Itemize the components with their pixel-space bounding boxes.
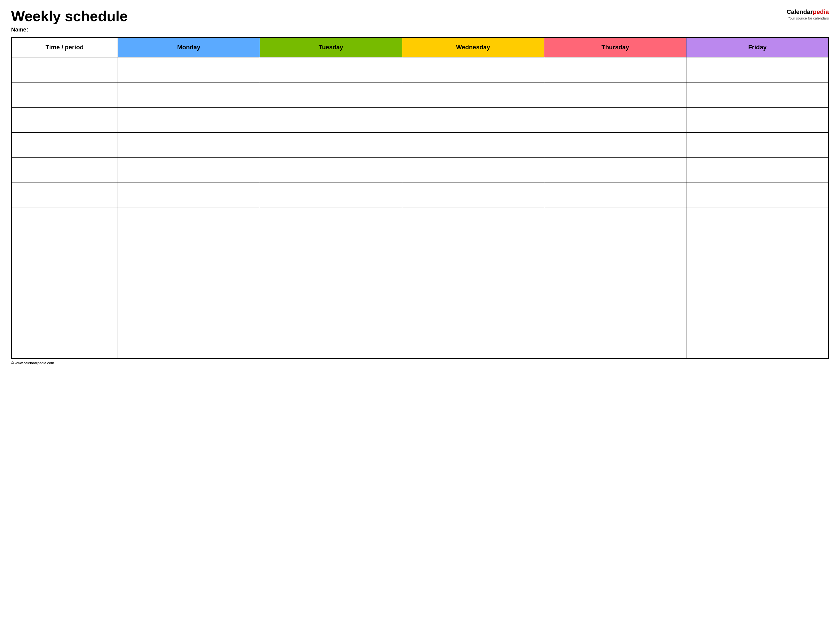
time-cell[interactable] [11,208,118,233]
footer: © www.calendarpedia.com [11,361,829,365]
table-row [11,233,829,258]
schedule-cell[interactable] [402,82,544,107]
schedule-cell[interactable] [544,283,687,308]
schedule-cell[interactable] [544,308,687,333]
table-row [11,183,829,208]
schedule-cell[interactable] [544,258,687,283]
header-tuesday: Tuesday [260,38,402,57]
schedule-cell[interactable] [402,132,544,158]
schedule-cell[interactable] [118,57,260,82]
schedule-cell[interactable] [544,107,687,132]
schedule-cell[interactable] [687,258,829,283]
schedule-cell[interactable] [260,283,402,308]
table-row [11,107,829,132]
schedule-cell[interactable] [687,132,829,158]
time-cell[interactable] [11,132,118,158]
schedule-cell[interactable] [260,333,402,358]
schedule-cell[interactable] [260,308,402,333]
schedule-cell[interactable] [687,308,829,333]
time-cell[interactable] [11,308,118,333]
table-header-row: Time / period Monday Tuesday Wednesday T… [11,38,829,57]
schedule-cell[interactable] [260,183,402,208]
schedule-cell[interactable] [118,158,260,183]
schedule-cell[interactable] [544,132,687,158]
schedule-cell[interactable] [402,57,544,82]
table-row [11,208,829,233]
schedule-cell[interactable] [402,158,544,183]
schedule-cell[interactable] [260,57,402,82]
schedule-table: Time / period Monday Tuesday Wednesday T… [11,37,829,358]
time-cell[interactable] [11,258,118,283]
schedule-cell[interactable] [118,132,260,158]
time-cell[interactable] [11,107,118,132]
time-cell[interactable] [11,283,118,308]
footer-divider [11,358,829,359]
header: Weekly schedule Name: Calendarpedia Your… [11,8,829,33]
schedule-cell[interactable] [260,233,402,258]
schedule-cell[interactable] [687,333,829,358]
schedule-cell[interactable] [544,233,687,258]
title-area: Weekly schedule Name: [11,8,786,33]
schedule-cell[interactable] [544,158,687,183]
table-row [11,258,829,283]
name-label: Name: [11,27,786,33]
copyright-text: © www.calendarpedia.com [11,361,54,365]
schedule-cell[interactable] [118,183,260,208]
schedule-cell[interactable] [402,208,544,233]
table-row [11,308,829,333]
time-cell[interactable] [11,333,118,358]
time-cell[interactable] [11,183,118,208]
schedule-cell[interactable] [118,208,260,233]
schedule-cell[interactable] [544,82,687,107]
schedule-cell[interactable] [118,283,260,308]
table-row [11,82,829,107]
logo-calendar: Calendar [786,8,813,15]
logo-text: Calendarpedia [786,8,829,16]
schedule-cell[interactable] [687,57,829,82]
schedule-cell[interactable] [118,82,260,107]
time-cell[interactable] [11,82,118,107]
schedule-cell[interactable] [402,183,544,208]
table-row [11,132,829,158]
schedule-cell[interactable] [544,57,687,82]
schedule-cell[interactable] [402,283,544,308]
schedule-cell[interactable] [687,233,829,258]
schedule-cell[interactable] [260,82,402,107]
schedule-cell[interactable] [260,258,402,283]
schedule-cell[interactable] [687,82,829,107]
schedule-cell[interactable] [402,333,544,358]
schedule-cell[interactable] [687,283,829,308]
schedule-cell[interactable] [687,107,829,132]
schedule-cell[interactable] [260,132,402,158]
schedule-cell[interactable] [260,107,402,132]
schedule-cell[interactable] [118,233,260,258]
schedule-cell[interactable] [402,233,544,258]
schedule-cell[interactable] [118,107,260,132]
schedule-cell[interactable] [544,333,687,358]
page-title: Weekly schedule [11,8,786,24]
time-cell[interactable] [11,57,118,82]
schedule-cell[interactable] [260,208,402,233]
schedule-cell[interactable] [118,258,260,283]
header-time: Time / period [11,38,118,57]
schedule-cell[interactable] [402,258,544,283]
schedule-cell[interactable] [118,333,260,358]
schedule-cell[interactable] [544,208,687,233]
table-row [11,333,829,358]
time-cell[interactable] [11,158,118,183]
time-cell[interactable] [11,233,118,258]
schedule-cell[interactable] [687,183,829,208]
header-friday: Friday [687,38,829,57]
table-row [11,57,829,82]
schedule-cell[interactable] [687,158,829,183]
table-row [11,283,829,308]
schedule-cell[interactable] [544,183,687,208]
logo-area: Calendarpedia Your source for calendars [786,8,829,21]
schedule-cell[interactable] [687,208,829,233]
schedule-cell[interactable] [118,308,260,333]
schedule-cell[interactable] [402,308,544,333]
logo-pedia: pedia [813,8,829,15]
schedule-cell[interactable] [260,158,402,183]
schedule-cell[interactable] [402,107,544,132]
table-row [11,158,829,183]
